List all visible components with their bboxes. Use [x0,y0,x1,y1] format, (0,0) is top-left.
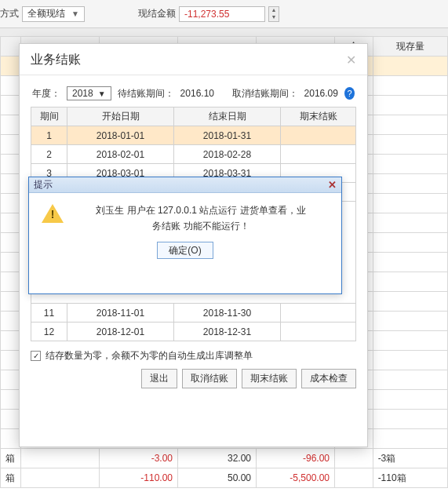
cost-check-button[interactable]: 成本检查 [301,369,356,388]
cell-c1: -110.00 [100,468,178,488]
table-row[interactable]: 箱 -110.00 50.00 -5,500.00 -110箱 [1,468,448,488]
cell-c3: -5,500.00 [257,468,335,488]
auto-adjust-checkbox-row: ✓ 结存数量为零，余额不为零的自动生成出库调整单 [31,349,356,363]
chevron-down-icon: ▼ [71,9,79,18]
period-table-header: 期间 开始日期 结束日期 期末结账 [31,108,356,126]
col-header-stock: 现存量 [373,37,447,56]
mode-label: 方式 [0,7,19,20]
dialog-button-row: 退出 取消结账 期末结账 成本检查 [31,369,356,388]
cell-start: 2018-01-01 [67,126,174,145]
warning-icon: ! [42,204,64,223]
dialog-title: 业务结账 [31,52,81,68]
th-close: 期末结账 [281,108,356,126]
pending-label: 待结账期间： [118,87,174,100]
cell-close [281,126,356,145]
cell-start: 2018-12-01 [67,323,174,341]
th-period: 期间 [31,108,67,126]
exit-button[interactable]: 退出 [141,369,177,388]
th-end: 结束日期 [174,108,281,126]
amount-spinner[interactable]: ▲▼ [268,6,279,22]
chevron-down-icon: ▼ [98,89,106,98]
cell-close [281,323,356,341]
pending-value: 2016.10 [180,88,214,99]
year-value: 2018 [72,88,93,99]
period-close-button[interactable]: 期末结账 [242,369,297,388]
cell-c2: 50.00 [178,468,257,488]
cell-stock: -3箱 [373,449,447,468]
cell-start: 2018-02-01 [67,145,174,164]
table-row[interactable]: 箱 -3.00 32.00 -96.00 -3箱 [1,449,448,468]
cell-stock: -110箱 [373,468,447,488]
table-row[interactable]: 12 2018-12-01 2018-12-31 [31,323,356,341]
alert-title: 提示 [34,178,53,191]
cell-period: 1 [31,126,67,145]
mode-combo[interactable]: 全额现结 ▼ [22,6,85,22]
alert-message: 刘玉生 用户在 127.0.0.1 站点运行 进货单查看，业 务结账 功能不能运… [73,202,329,235]
cell-period: 12 [31,323,67,341]
year-select[interactable]: 2018 ▼ [67,86,111,100]
background-toolbar: 方式 全额现结 ▼ 现结金额 -11,273.55 ▲▼ [0,0,448,28]
cash-amount-label: 现结金额 [138,7,176,20]
table-row[interactable]: 2 2018-02-01 2018-02-28 [31,145,356,164]
mode-value: 全额现结 [27,7,65,20]
cell-end: 2018-02-28 [174,145,281,164]
table-row[interactable]: 11 2018-11-01 2018-11-30 [31,304,356,323]
cell-c1: -3.00 [100,449,178,468]
cell-close [281,145,356,164]
cell-end: 2018-12-31 [174,323,281,341]
cell-end: 2018-11-30 [174,304,281,323]
th-start: 开始日期 [67,108,174,126]
dialog-titlebar: 业务结账 ✕ [20,44,367,75]
ok-button[interactable]: 确定(O) [157,242,213,259]
cell-end: 2018-01-31 [174,126,281,145]
alert-message-line1: 刘玉生 用户在 127.0.0.1 站点运行 进货单查看，业 [96,205,305,216]
cancel-period-value: 2016.09 [304,88,338,99]
unit-cell: 箱 [1,468,21,488]
alert-message-line2: 务结账 功能不能运行！ [152,220,249,231]
cell-c3: -96.00 [257,449,335,468]
cell-period: 2 [31,145,67,164]
unit-cell: 箱 [1,449,21,468]
year-row: 年度： 2018 ▼ 待结账期间： 2016.10 取消结账期间： 2016.0… [32,86,355,100]
cash-amount-field[interactable]: -11,273.55 [179,6,265,22]
cell-start: 2018-11-01 [67,304,174,323]
year-label: 年度： [32,87,60,100]
table-row[interactable]: 1 2018-01-01 2018-01-31 [31,126,356,145]
cancel-close-button[interactable]: 取消结账 [182,369,237,388]
auto-adjust-checkbox[interactable]: ✓ [31,351,41,361]
close-icon[interactable]: ✕ [346,53,356,67]
auto-adjust-label: 结存数量为零，余额不为零的自动生成出库调整单 [46,349,253,363]
cancel-period-label: 取消结账期间： [232,87,298,100]
help-icon[interactable]: ? [344,87,355,100]
alert-dialog: 提示 ✕ ! 刘玉生 用户在 127.0.0.1 站点运行 进货单查看，业 务结… [28,177,342,294]
cell-c2: 32.00 [178,449,257,468]
alert-titlebar: 提示 ✕ [29,177,341,193]
close-icon[interactable]: ✕ [328,179,337,191]
cell-close [281,304,356,323]
cash-amount-value: -11,273.55 [184,9,229,20]
cell-period: 11 [31,304,67,323]
